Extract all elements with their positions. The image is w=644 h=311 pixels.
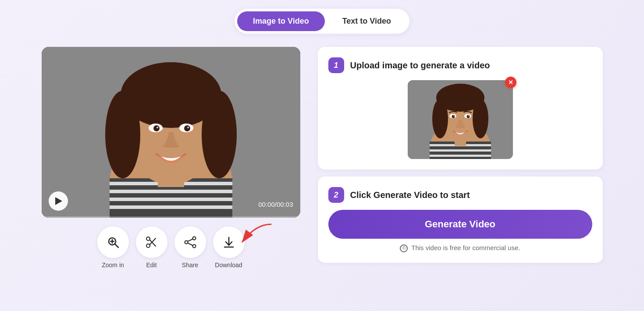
tab-switcher: Image to Video Text to Video: [235, 9, 409, 34]
tab-text-to-video[interactable]: Text to Video: [327, 11, 407, 31]
svg-line-25: [149, 238, 156, 245]
svg-point-49: [466, 115, 470, 118]
zoom-in-circle: [97, 226, 129, 258]
svg-point-48: [452, 115, 455, 118]
copyright-icon: ©: [400, 244, 408, 252]
svg-point-17: [187, 127, 189, 128]
svg-point-27: [192, 245, 196, 248]
action-buttons: Zoom in Edit: [97, 226, 245, 269]
play-icon: [55, 197, 62, 205]
edit-circle: [136, 226, 167, 258]
svg-point-51: [468, 116, 469, 117]
svg-point-26: [192, 237, 196, 240]
arrow-pointer: [234, 220, 273, 251]
main-content: 00:00/00:03 Zoom in: [24, 47, 620, 269]
video-player: 00:00/00:03: [42, 47, 300, 218]
play-button[interactable]: [49, 191, 68, 211]
video-timestamp: 00:00/00:03: [258, 201, 293, 208]
svg-point-16: [157, 127, 158, 128]
svg-rect-5: [110, 198, 232, 201]
svg-line-24: [149, 240, 156, 247]
zoom-in-label: Zoom in: [102, 262, 124, 269]
download-label: Download: [215, 262, 242, 269]
svg-rect-4: [110, 190, 232, 193]
zoom-icon: [107, 236, 120, 249]
uploaded-image-svg: [408, 80, 513, 159]
step1-header: 1 Upload image to generate a video: [328, 57, 592, 73]
page-wrapper: Image to Video Text to Video: [0, 0, 644, 311]
generate-video-button[interactable]: Generate Video: [328, 210, 592, 239]
remove-image-button[interactable]: ✕: [505, 77, 516, 88]
svg-line-19: [115, 244, 118, 247]
step1-title: Upload image to generate a video: [350, 60, 490, 71]
share-label: Share: [182, 262, 198, 269]
share-circle: [174, 226, 206, 258]
step2-title: Click Generate Video to start: [350, 190, 470, 200]
edit-label: Edit: [146, 262, 157, 269]
commercial-notice-text: This video is free for commercial use.: [411, 244, 520, 251]
video-thumbnail: [42, 47, 300, 218]
commercial-notice: © This video is free for commercial use.: [328, 244, 592, 252]
svg-rect-39: [430, 149, 491, 152]
step2-number: 2: [328, 187, 344, 203]
svg-line-30: [188, 243, 193, 246]
scissors-icon: [145, 236, 158, 249]
step2-card: 2 Click Generate Video to start Generate…: [318, 177, 603, 263]
svg-point-10: [105, 91, 140, 178]
right-panel: 1 Upload image to generate a video: [318, 47, 603, 263]
svg-rect-6: [110, 205, 232, 209]
left-panel: 00:00/00:03 Zoom in: [42, 47, 300, 269]
svg-point-14: [153, 125, 160, 131]
svg-point-15: [184, 125, 190, 131]
step2-header: 2 Click Generate Video to start: [328, 187, 592, 203]
uploaded-image: [408, 80, 513, 159]
svg-point-44: [432, 99, 448, 138]
tab-image-to-video[interactable]: Image to Video: [237, 11, 325, 31]
image-with-remove: ✕: [408, 80, 513, 159]
step1-number: 1: [328, 57, 344, 73]
zoom-in-button[interactable]: Zoom in: [97, 226, 129, 269]
progress-bar: [42, 216, 300, 218]
edit-button[interactable]: Edit: [136, 226, 167, 269]
svg-point-11: [202, 91, 237, 178]
svg-rect-40: [430, 155, 491, 157]
share-icon: [184, 236, 197, 249]
step1-card: 1 Upload image to generate a video: [318, 47, 603, 170]
uploaded-image-container: ✕: [328, 80, 592, 159]
svg-point-50: [453, 116, 454, 117]
svg-point-45: [473, 99, 488, 138]
svg-line-29: [188, 239, 193, 242]
share-button[interactable]: Share: [174, 226, 206, 269]
download-btn-wrapper: Download: [213, 226, 245, 269]
